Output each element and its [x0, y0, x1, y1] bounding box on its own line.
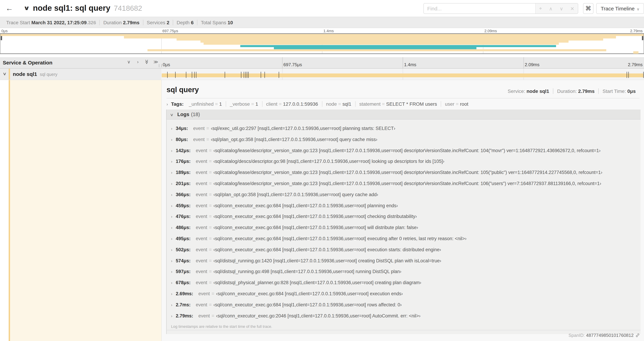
log-event-marker	[175, 72, 176, 78]
minimap-span	[124, 36, 616, 39]
log-event-marker	[224, 72, 225, 78]
log-event-marker	[194, 72, 194, 78]
minimap-tick-label: 1.4ms	[324, 29, 334, 33]
tags-label: Tags:	[171, 101, 184, 107]
keyboard-shortcuts-button[interactable]: ⌘	[583, 3, 594, 14]
trace-view-selector[interactable]: Trace Timeline∨	[596, 3, 644, 14]
find-input[interactable]	[424, 4, 535, 14]
link-icon[interactable]	[635, 333, 640, 338]
span-collapse-chevron-icon[interactable]: ∨	[2, 71, 6, 76]
log-row[interactable]: ›80μs:event=‹sql/plan_opt.go:358 [nsql1,…	[166, 134, 640, 145]
log-event-marker	[244, 72, 244, 78]
chevron-right-icon: ›	[166, 102, 168, 107]
log-row[interactable]: ›142μs:event=‹sql/catalog/lease/descript…	[166, 145, 640, 156]
detail-bottom-border	[166, 330, 640, 330]
view-selector-label: Trace Timeline	[601, 6, 635, 12]
minimap-tick-labels: 0μs697.75μs1.4ms2.09ms2.79ms	[0, 29, 644, 33]
tag-item: node=sql1	[322, 101, 355, 107]
log-row[interactable]: ›34μs:event=‹sql/exec_util.go:2297 [nsql…	[166, 123, 640, 134]
span-duration-bar[interactable]	[162, 74, 644, 77]
chevron-right-icon: ›	[171, 292, 172, 296]
log-row[interactable]: ›176μs:event=‹sql/catalog/descs/descript…	[166, 156, 640, 167]
tags-list: _unfinished=1_verbose=1client=127.0.0.1:…	[185, 101, 472, 107]
tag-item: _verbose=1	[226, 101, 262, 107]
operation-name: sql query	[40, 72, 57, 77]
log-row[interactable]: ›366μs:event=‹sql/plan_opt.go:358 [nsql1…	[166, 189, 640, 200]
ruler-gridline	[282, 57, 282, 69]
minimap-tick-label: 2.09ms	[484, 29, 497, 33]
span-id-value: 4877749850101760812	[586, 333, 634, 338]
log-row[interactable]: ›597μs:event=‹sql/distsql_running.go:498…	[166, 266, 640, 277]
timeline-minimap[interactable]	[0, 33, 644, 54]
log-event-marker	[186, 72, 186, 78]
minimap-span	[200, 41, 568, 43]
find-icon-strip: ⌖∧∨✕	[535, 4, 578, 14]
log-row[interactable]: ›189μs:event=‹sql/catalog/lease/descript…	[166, 167, 640, 178]
span-id-row: SpanID: 4877749850101760812	[568, 333, 640, 338]
span-row-node-sql1[interactable]: ∨ node sql1sql query	[0, 69, 644, 80]
logs-footnote: Log timestamps are relative to the start…	[166, 321, 640, 332]
chevron-right-icon: ›	[171, 270, 172, 274]
summary-item: Depth 6	[173, 20, 197, 25]
service-operation-header: Service & Operation	[3, 60, 52, 66]
locate-icon[interactable]: ⌖	[539, 6, 542, 12]
span-detail-panel: sql query Service: node sql1Duration: 2.…	[161, 80, 644, 341]
span-bar-cell[interactable]	[161, 69, 644, 80]
back-button[interactable]: ←	[4, 4, 14, 14]
chevron-right-icon: ›	[171, 138, 172, 142]
log-row[interactable]: ›574μs:event=‹sql/distsql_running.go:142…	[166, 255, 640, 266]
page-header: ← ∨ node sql1: sql query7418682 ⌖∧∨✕ ⌘ T…	[0, 0, 644, 17]
trace-collapse-chevron-icon[interactable]: ∨	[23, 5, 30, 12]
chevron-right-icon: ›	[171, 204, 172, 208]
chevron-right-icon: ›	[171, 281, 172, 285]
log-row[interactable]: ›486μs:event=‹sql/conn_executor_exec.go:…	[166, 222, 640, 233]
chevron-right-icon: ›	[171, 193, 172, 197]
minimap-span	[240, 45, 556, 47]
span-name-cell[interactable]: ∨ node sql1sql query	[0, 69, 161, 80]
log-row[interactable]: ›459μs:event=‹sql/conn_executor_exec.go:…	[166, 200, 640, 211]
span-detail-meta: Service: node sql1Duration: 2.79msStart …	[504, 88, 640, 94]
find-bar: ⌖∧∨✕	[424, 3, 578, 14]
log-row[interactable]: ›476μs:event=‹sql/conn_executor_exec.go:…	[166, 211, 640, 222]
minimap-span	[274, 47, 476, 49]
chevron-right-icon: ›	[171, 182, 172, 186]
log-row[interactable]: ›495μs:event=‹sql/conn_executor_exec.go:…	[166, 233, 640, 244]
log-event-marker	[278, 72, 279, 78]
logs-header[interactable]: ∨Logs(18)	[166, 110, 640, 120]
next-match-icon[interactable]: ∨	[560, 6, 563, 11]
collapse-one-icon[interactable]: ∨	[126, 59, 132, 65]
expand-all-icon[interactable]: ≫	[153, 59, 158, 65]
timeline-ruler: 0μs697.75μs1.4ms2.09ms2.79ms	[161, 57, 644, 69]
chevron-right-icon: ›	[171, 226, 172, 230]
trace-timeline-page: ← ∨ node sql1: sql query7418682 ⌖∧∨✕ ⌘ T…	[0, 0, 644, 341]
minimap-tick-label: 2.79ms	[630, 29, 642, 33]
page-title: node sql1: sql query7418682	[33, 4, 142, 13]
detail-indent-column	[0, 80, 161, 341]
logs-list: ›34μs:event=‹sql/exec_util.go:2297 [nsql…	[166, 120, 640, 334]
summary-item: Duration 2.79ms	[100, 20, 143, 25]
log-event-marker	[241, 72, 241, 78]
log-row[interactable]: ›678μs:event=‹sql/distsql_physical_plann…	[166, 277, 640, 288]
tags-section[interactable]: ›Tags:_unfinished=1_verbose=1client=127.…	[166, 101, 472, 109]
service-color-stripe	[9, 69, 10, 80]
log-row[interactable]: ›2.79ms:event=‹sql/conn_executor_exec.go…	[166, 310, 640, 321]
service-name: node sql1sql query	[13, 71, 58, 77]
tag-item: client=127.0.0.1:59936	[262, 101, 322, 107]
log-row[interactable]: ›201μs:event=‹sql/catalog/lease/descript…	[166, 178, 640, 189]
log-row[interactable]: ›2.7ms:event=‹sql/conn_executor_exec.go:…	[166, 299, 640, 310]
collapse-all-icon[interactable]: ≫	[144, 59, 150, 65]
span-detail-title: sql query	[166, 86, 199, 94]
service-color-stripe	[9, 80, 10, 341]
chevron-down-icon: ∨	[170, 110, 174, 120]
summary-item: Total Spans 10	[197, 20, 236, 25]
expand-one-icon[interactable]: ›	[135, 59, 140, 65]
prev-match-icon[interactable]: ∧	[549, 6, 552, 11]
clear-icon[interactable]: ✕	[570, 6, 574, 11]
log-row[interactable]: ›2.69ms:event=‹sql/conn_executor_exec.go…	[166, 288, 640, 299]
tag-item: _unfinished=1	[185, 101, 226, 107]
chevron-right-icon: ›	[171, 314, 172, 318]
minimap-span	[148, 49, 606, 52]
minimap-tick-label: 0μs	[2, 29, 8, 33]
log-row[interactable]: ›502μs:event=‹sql/conn_executor_exec.go:…	[166, 244, 640, 255]
chevron-right-icon: ›	[171, 248, 172, 252]
